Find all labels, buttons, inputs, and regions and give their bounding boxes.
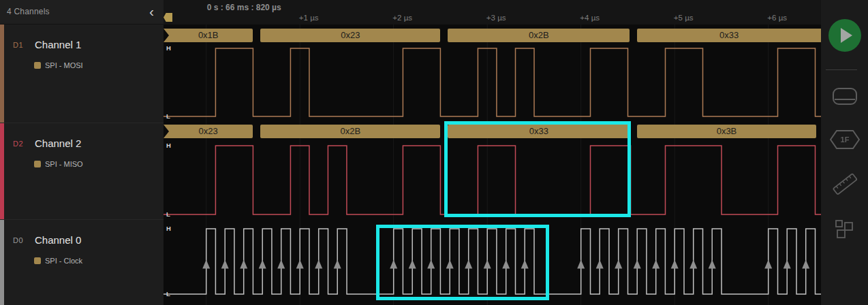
rising-edge-arrow-icon <box>259 260 266 269</box>
selection-highlight-box <box>444 121 631 217</box>
rising-edge-arrow-icon <box>296 260 304 269</box>
channel-dio-label: D1 <box>13 41 23 49</box>
rising-edge-arrow-icon <box>202 260 210 269</box>
extensions-icon[interactable] <box>835 219 855 240</box>
selection-highlight-box <box>376 225 549 300</box>
channel-row-d1[interactable]: D1Channel 1SPI - MOSI <box>0 25 164 123</box>
rising-edge-arrow-icon <box>221 260 229 269</box>
rising-edge-arrow-icon <box>764 260 772 269</box>
hex-display-icon[interactable]: 1F <box>830 130 860 149</box>
rising-edge-arrow-icon <box>652 260 660 269</box>
rising-edge-arrow-icon <box>802 260 809 269</box>
rising-edge-arrow-icon <box>334 260 341 269</box>
channel-row-d2[interactable]: D2Channel 2SPI - MISO <box>0 123 164 219</box>
logic-analyzer-app: 0x1B0x230x2B0x330x230x2B0x330x3B HLHLHL … <box>0 0 868 305</box>
rising-edge-arrow-icon <box>596 260 604 269</box>
decode-byte-bar: 0x23 <box>260 29 440 42</box>
trace-d1 <box>164 48 821 116</box>
low-level-label: L <box>166 210 170 218</box>
channel-color-stripe <box>0 220 4 305</box>
low-level-label: L <box>166 112 170 120</box>
rising-edge-arrow-icon <box>277 260 285 269</box>
channels-sidebar: 4 Channels ‹ D1Channel 1SPI - MOSID2Chan… <box>0 0 164 305</box>
rising-edge-arrow-icon <box>615 260 622 269</box>
channel-color-stripe <box>0 25 4 123</box>
low-level-label: L <box>166 290 170 298</box>
waveform-plot-area[interactable]: 0x1B0x230x2B0x330x230x2B0x330x3B HLHLHL <box>164 0 821 305</box>
channel-name: Channel 1 <box>35 39 81 50</box>
rising-edge-arrow-icon <box>240 260 247 269</box>
rising-edge-arrow-icon <box>634 260 641 269</box>
decode-byte-bar: 0x2B <box>260 125 440 138</box>
decode-byte-bar: 0x3B <box>637 125 816 138</box>
play-capture-button[interactable] <box>828 18 862 52</box>
rising-edge-arrow-icon <box>784 260 791 269</box>
rising-edge-arrow-icon <box>315 260 322 269</box>
rising-edge-arrow-icon <box>709 260 716 269</box>
channel-row-d0[interactable]: D0Channel 0SPI - Clock <box>0 219 164 305</box>
analyzer-chip-icon <box>34 62 41 69</box>
analyzer-label[interactable]: SPI - MOSI <box>45 61 83 69</box>
channel-color-stripe <box>0 123 4 219</box>
channel-dio-label: D0 <box>13 236 23 244</box>
channel-name: Channel 2 <box>35 138 81 149</box>
decode-byte-bar: 0x33 <box>637 29 821 42</box>
collapse-sidebar-icon[interactable]: ‹ <box>149 3 154 20</box>
analyzer-chip-icon <box>34 161 41 167</box>
rising-edge-arrow-icon <box>671 260 679 269</box>
hex-badge-text: 1F <box>841 135 850 144</box>
high-level-label: H <box>166 44 171 52</box>
channel-name: Channel 0 <box>35 234 81 246</box>
decode-byte-bar: 0x23 <box>164 125 253 138</box>
decode-byte-bar: 0x1B <box>164 29 253 42</box>
right-toolbar: 1F <box>821 0 868 305</box>
channel-count-label: 4 Channels <box>7 7 50 16</box>
analyzer-label[interactable]: SPI - Clock <box>45 257 82 265</box>
rising-edge-arrow-icon <box>689 260 697 269</box>
analyzer-chip-icon <box>34 257 41 264</box>
toolbar-divider <box>826 69 857 70</box>
high-level-label: H <box>166 142 171 149</box>
decode-byte-bar: 0x2B <box>448 29 630 42</box>
measure-ruler-icon[interactable] <box>831 170 858 197</box>
analyzer-label[interactable]: SPI - MISO <box>45 160 83 168</box>
channel-dio-label: D2 <box>13 140 23 148</box>
sidebar-header: 4 Channels ‹ <box>0 0 164 25</box>
high-level-label: H <box>166 225 171 232</box>
capture-tab-icon[interactable] <box>831 86 858 108</box>
rising-edge-arrow-icon <box>577 260 585 269</box>
